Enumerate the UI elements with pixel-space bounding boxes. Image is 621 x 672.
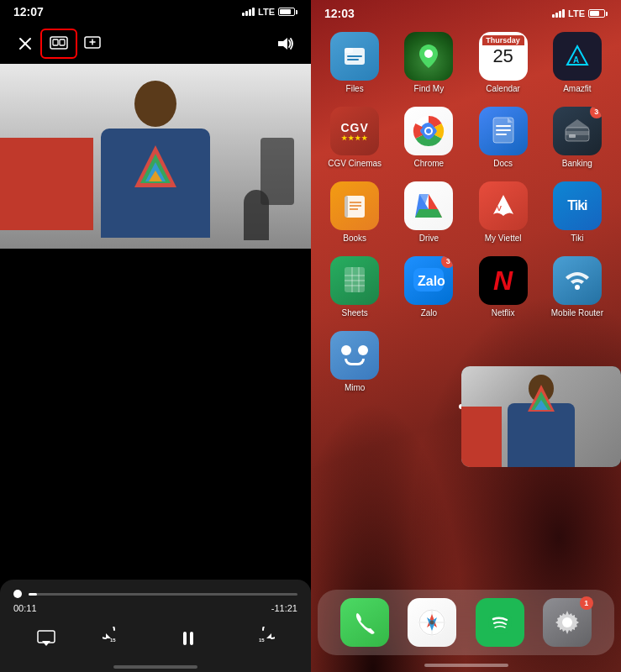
svg-point-69 <box>430 621 434 625</box>
dock-spotify[interactable] <box>476 598 524 647</box>
svg-rect-11 <box>38 631 55 643</box>
app-netflix[interactable]: N Netflix <box>473 256 534 318</box>
calendar-label: Calendar <box>486 84 520 93</box>
mini-red-accent <box>461 407 502 467</box>
progress-fill <box>29 593 37 596</box>
home-indicator-left <box>113 665 197 669</box>
mimo-face <box>330 331 379 380</box>
netflix-label: Netflix <box>492 308 515 318</box>
books-label: Books <box>343 234 366 243</box>
svg-rect-16 <box>190 632 193 645</box>
netflix-letter: N <box>493 265 513 297</box>
mini-video-content <box>461 366 621 467</box>
right-status-right: LTE <box>552 8 608 18</box>
app-chrome[interactable]: Chrome <box>398 107 459 168</box>
tiki-label: Tiki <box>571 234 583 243</box>
svg-rect-51 <box>345 267 365 292</box>
mini-person-body <box>508 403 575 467</box>
mobilerouter-icon <box>553 256 602 305</box>
app-docs[interactable]: Docs <box>473 107 534 168</box>
controls-bar <box>0 24 311 64</box>
home-indicator-right <box>424 664 508 667</box>
mimo-icon <box>330 331 379 380</box>
banking-label: Banking <box>562 159 592 168</box>
app-zalo[interactable]: 3 Zalo Zalo <box>398 256 459 318</box>
spotify-icon <box>476 598 524 647</box>
svg-text:V: V <box>497 204 502 213</box>
progress-bar-container <box>13 590 297 598</box>
calendar-day: 25 <box>492 47 513 66</box>
svg-rect-20 <box>345 48 353 53</box>
docs-label: Docs <box>493 159 513 168</box>
cgv-label: CGV Cinemas <box>328 159 382 168</box>
svg-rect-15 <box>183 632 187 645</box>
close-button[interactable] <box>10 29 40 59</box>
app-cgv[interactable]: CGV ★★★★ CGV Cinemas <box>324 107 385 168</box>
app-findmy[interactable]: Find My <box>398 32 459 93</box>
app-mobilerouter[interactable]: Mobile Router <box>547 256 608 318</box>
app-files[interactable]: Files <box>324 32 385 93</box>
volume-button[interactable] <box>271 29 301 59</box>
dock-phone[interactable] <box>340 598 389 647</box>
svg-text:Zalo: Zalo <box>418 274 445 288</box>
findmy-label: Find My <box>414 84 445 93</box>
svg-marker-38 <box>566 119 589 128</box>
signal-bar-2 <box>245 11 248 16</box>
mimo-eye-left <box>341 345 351 355</box>
person-figure <box>88 81 223 249</box>
svg-text:15: 15 <box>110 638 116 643</box>
microphone <box>244 190 269 240</box>
settings-icon: 1 <box>543 598 592 647</box>
mini-video-overlay <box>461 366 621 467</box>
app-myviettel[interactable]: V My Viettel <box>473 181 534 243</box>
resize-button[interactable] <box>77 29 108 59</box>
airplay-button[interactable] <box>36 629 56 648</box>
app-mimo[interactable]: Mimo <box>324 331 385 392</box>
mimo-eyes <box>341 345 368 355</box>
dock-settings[interactable]: 1 <box>543 598 592 647</box>
left-panel: 12:07 LTE <box>0 0 311 672</box>
forward-15-button[interactable]: 15 <box>251 627 275 650</box>
app-banking[interactable]: 3 Banking <box>547 107 608 168</box>
myviettel-label: My Viettel <box>485 234 522 243</box>
person-head <box>134 81 176 127</box>
signal-bar-1 <box>242 13 245 16</box>
chrome-label: Chrome <box>414 159 445 168</box>
svg-marker-12 <box>42 641 50 646</box>
lte-label-right: LTE <box>568 8 585 18</box>
app-books[interactable]: Books <box>324 181 385 243</box>
rewind-15-button[interactable]: 15 <box>103 627 126 650</box>
person-body <box>101 129 210 238</box>
playback-buttons: 15 15 <box>13 622 297 655</box>
zalo-label: Zalo <box>421 308 437 318</box>
svg-rect-37 <box>569 134 576 138</box>
calendar-header: Thursday <box>482 35 524 45</box>
svg-text:15: 15 <box>259 638 265 643</box>
left-time: 12:07 <box>13 5 44 18</box>
mini-person <box>499 375 583 467</box>
dock-safari[interactable] <box>408 598 456 647</box>
signal-bar-3 <box>249 9 251 16</box>
app-calendar[interactable]: Thursday 25 Calendar <box>473 32 534 93</box>
progress-handle[interactable] <box>13 590 22 598</box>
app-amazfit[interactable]: A Amazfit <box>547 32 608 93</box>
lte-label-left: LTE <box>258 7 275 17</box>
time-row: 00:11 -11:21 <box>13 603 297 613</box>
screen-mirror-button[interactable] <box>40 29 77 59</box>
sheets-label: Sheets <box>342 308 368 318</box>
signal-bars-right <box>552 9 565 18</box>
battery-left <box>278 8 297 16</box>
docs-icon <box>479 107 528 155</box>
settings-badge: 1 <box>580 596 593 610</box>
current-time: 00:11 <box>13 603 37 613</box>
pause-button[interactable] <box>171 622 205 655</box>
drive-icon <box>404 181 453 230</box>
progress-track[interactable] <box>29 593 297 596</box>
app-drive[interactable]: Drive <box>398 181 459 243</box>
app-tiki[interactable]: Tiki Tiki <box>547 181 608 243</box>
app-sheets[interactable]: Sheets <box>324 256 385 318</box>
phone-icon <box>340 598 389 647</box>
signal-bar-4 <box>252 8 255 16</box>
zalo-badge: 3 <box>441 256 453 268</box>
svg-rect-4 <box>60 39 65 45</box>
